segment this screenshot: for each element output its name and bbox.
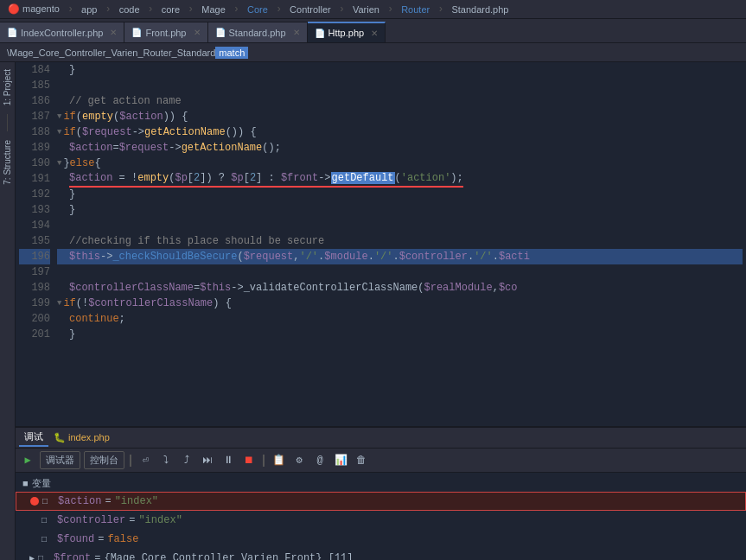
side-label-structure[interactable]: 7: Structure: [2, 137, 13, 188]
var-type-icon: □: [38, 554, 50, 561]
var-value-found: false: [107, 533, 138, 545]
run-button[interactable]: ▶: [19, 452, 36, 469]
at-btn[interactable]: @: [311, 452, 328, 469]
var-name-found: $found: [57, 533, 94, 545]
code-line-196: $this->_checkShouldBeSecure($request, '/…: [57, 249, 743, 264]
var-item-front[interactable]: ▶ □ $front = {Mage_Core_Controller_Varie…: [16, 549, 746, 560]
fold-arrow-199[interactable]: ▼: [57, 296, 61, 311]
var-name-controller: $controller: [57, 514, 125, 526]
toolbar-code[interactable]: code: [115, 3, 144, 16]
toolbar-controller[interactable]: Controller: [285, 3, 335, 16]
code-editor: 184 185 186 187 188 189 190 191 192 193 …: [16, 62, 746, 426]
tab-indexcontroller[interactable]: 📄 IndexController.php ✕: [0, 22, 124, 42]
tab-close[interactable]: ✕: [293, 28, 300, 37]
code-line-193: }: [57, 202, 743, 218]
tab-close[interactable]: ✕: [371, 29, 378, 38]
fold-arrow-190[interactable]: ▼: [57, 156, 61, 171]
side-label-project[interactable]: 1: Project: [2, 66, 13, 109]
copy-btn[interactable]: 📋: [270, 452, 287, 469]
code-line-186: // get action name: [57, 93, 743, 109]
code-content: } // get action name ▼ if (empty($action…: [54, 62, 746, 426]
console-btn[interactable]: 控制台: [84, 451, 124, 469]
code-line-190: ▼ } else {: [57, 156, 743, 171]
breadcrumb-method: match: [215, 47, 248, 59]
pause-btn[interactable]: ⏸: [220, 452, 237, 469]
breadcrumb-path: \Mage_Core_Controller_Varien_Router_Stan…: [7, 48, 215, 58]
code-line-188: ▼ if ($request->getActionName()) {: [57, 124, 743, 140]
step-out-btn[interactable]: ⤴: [178, 452, 195, 469]
tab-front[interactable]: 📄 Front.php ✕: [124, 22, 207, 42]
settings-btn[interactable]: ⚙: [290, 452, 308, 469]
var-type-icon: □: [41, 516, 54, 525]
code-line-195: //checking if this place should be secur…: [57, 233, 743, 249]
tab-standard[interactable]: 📄 Standard.php ✕: [208, 22, 308, 42]
code-area: 184 185 186 187 188 189 190 191 192 193 …: [16, 62, 746, 560]
code-line-194: [57, 218, 743, 233]
section-label: 变量: [32, 477, 51, 490]
code-line-198: $controllerClassName = $this->_validateC…: [57, 280, 743, 296]
var-equals: =: [105, 495, 111, 507]
toolbar-router[interactable]: Router: [397, 3, 434, 16]
code-line-200: continue;: [57, 311, 743, 327]
var-equals: =: [98, 533, 104, 545]
toolbar-app[interactable]: app: [77, 3, 101, 16]
file-icon: 📄: [131, 28, 142, 37]
debugger-toolbar: ▶ 调试器 控制台 ⏎ ⤵ ⤴ ⏭ ⏸ ⏹ 📋 ⚙ @ 📊 🗑: [16, 449, 746, 473]
section-icon: ■: [22, 478, 29, 488]
run-to-cursor-btn[interactable]: ⏭: [199, 452, 216, 469]
code-line-187: ▼ if (empty($action)) {: [57, 109, 743, 124]
toolbar-mage[interactable]: Mage: [197, 3, 230, 16]
var-value-action: "index": [115, 495, 158, 507]
tab-label: Http.php: [328, 28, 365, 38]
var-equals: =: [129, 514, 135, 526]
var-value-front: {Mage_Core_Controller_Varien_Front} [11]: [104, 552, 353, 560]
var-item-controller[interactable]: □ $controller = "index": [16, 511, 746, 530]
code-line-197: [57, 264, 743, 280]
debugger-tabs: 调试 🐛 index.php: [16, 428, 746, 449]
toolbar-magento[interactable]: 🔴 magento: [3, 3, 64, 16]
debugger-tab-main[interactable]: 调试: [19, 429, 48, 447]
stop-btn[interactable]: ⏹: [240, 452, 258, 469]
tab-label: IndexController.php: [21, 28, 103, 38]
debugger-btn[interactable]: 调试器: [40, 451, 80, 469]
var-item-found[interactable]: □ $found = false: [16, 530, 746, 549]
expand-arrow-front[interactable]: ▶: [29, 553, 35, 560]
tabs-bar: 📄 IndexController.php ✕ 📄 Front.php ✕ 📄 …: [0, 19, 746, 43]
code-line-192: }: [57, 187, 743, 202]
fold-arrow-188[interactable]: ▼: [57, 124, 61, 140]
tab-http[interactable]: 📄 Http.php ✕: [308, 22, 386, 42]
delete-btn[interactable]: 🗑: [353, 452, 370, 469]
line-numbers: 184 185 186 187 188 189 190 191 192 193 …: [16, 62, 54, 426]
var-name-action: $action: [58, 495, 101, 507]
debugger-content: ■ 变量 □ $action = "index" □ $controller: [16, 473, 746, 560]
breakpoint-indicator: [30, 497, 39, 506]
top-toolbar: 🔴 magento › app › code › core › Mage › C…: [0, 0, 746, 19]
code-line-189: $action = $request->getActionName();: [57, 140, 743, 156]
tab-label: Front.php: [145, 28, 186, 38]
code-line-191: $action = !empty($p[2]) ? $p[2] : $front…: [57, 171, 743, 187]
side-panel: 1: Project 7: Structure: [0, 62, 16, 560]
code-line-185: [57, 78, 743, 93]
var-type-icon: □: [41, 535, 54, 544]
var-value-controller: "index": [138, 514, 182, 526]
tab-close[interactable]: ✕: [194, 28, 201, 37]
file-icon: 📄: [315, 29, 325, 38]
step-over-btn[interactable]: ⏎: [137, 452, 154, 469]
toolbar-standard[interactable]: Standard.php: [447, 3, 513, 16]
debugger-filename: 🐛 index.php: [54, 432, 110, 443]
tab-close[interactable]: ✕: [110, 28, 117, 37]
tab-label: Standard.php: [229, 28, 286, 38]
debugger-panel: 调试 🐛 index.php ▶ 调试器 控制台 ⏎ ⤵ ⤴ ⏭ ⏸ ⏹ 📋 ⚙…: [16, 426, 746, 560]
var-item-action[interactable]: □ $action = "index": [16, 492, 746, 511]
toolbar-core2[interactable]: Core: [243, 3, 272, 16]
chart-btn[interactable]: 📊: [332, 452, 349, 469]
code-line-199: ▼ if (!$controllerClassName) {: [57, 296, 743, 311]
step-into-btn[interactable]: ⤵: [157, 452, 175, 469]
code-line-201: }: [57, 327, 743, 342]
toolbar-varien[interactable]: Varien: [348, 3, 384, 16]
var-type-icon: □: [42, 497, 54, 506]
toolbar-core[interactable]: core: [157, 3, 184, 16]
var-name-front: $front: [54, 552, 91, 560]
fold-arrow-187[interactable]: ▼: [57, 109, 61, 124]
file-icon: 📄: [215, 28, 226, 37]
